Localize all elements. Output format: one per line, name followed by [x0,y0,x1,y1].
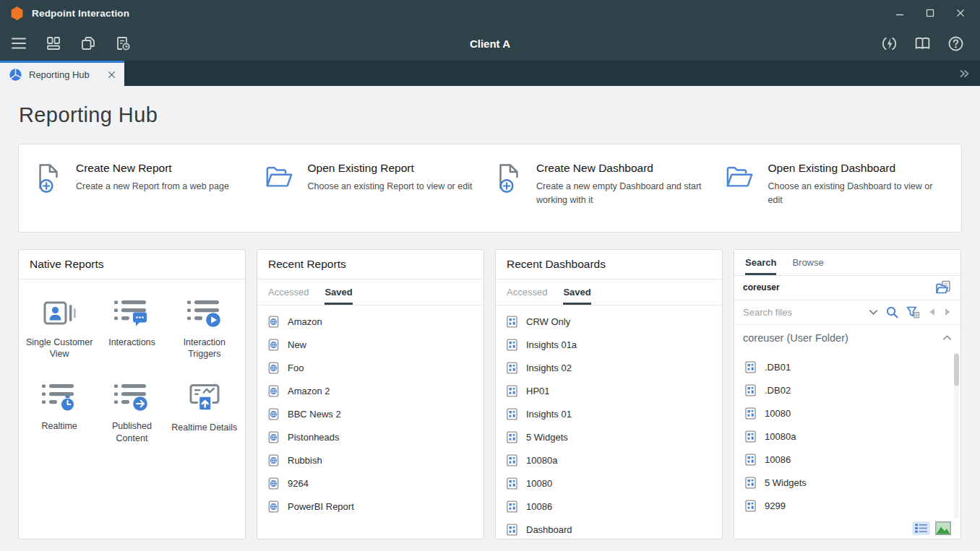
dashboard-list-item[interactable]: CRW Only [496,311,722,334]
document-tabbar: Reporting Hub [0,61,980,86]
native-report-published-content[interactable]: Published Content [95,383,168,445]
native-report-interactions[interactable]: Interactions [95,300,168,361]
maximize-button[interactable] [925,8,935,18]
report-list-item[interactable]: Pistonheads [257,426,483,449]
search-result-item[interactable]: 10080 [734,402,960,425]
action-description: Choose an existing Report to view or edi… [308,180,473,194]
report-list-item[interactable]: BBC News 2 [257,403,483,426]
connection-status-button[interactable] [879,33,899,53]
report-list-item[interactable]: Amazon 2 [257,380,483,403]
tab-close-button[interactable] [106,69,117,80]
search-result-item[interactable]: 10080a [734,425,960,448]
web-report-icon [267,385,280,397]
subtab-accessed[interactable]: Accessed [507,279,547,305]
dashboard-list-item[interactable]: 5 Widgets [496,426,722,449]
new-from-folder-button[interactable] [935,280,952,295]
single-customer-view-icon [41,300,77,329]
action-description: Create a new Report from a web page [76,180,229,194]
native-report-label: Realtime Details [171,422,237,434]
tab-reporting-hub[interactable]: Reporting Hub [0,61,124,86]
panel-title: Native Reports [19,250,245,279]
dashboard-icon [744,500,757,512]
native-report-realtime-details[interactable]: Realtime Details [168,383,241,445]
dashboard-icon [506,362,518,374]
thumbnail-view-button[interactable] [935,521,951,535]
subtab-search[interactable]: Search [745,250,776,275]
search-result-item[interactable]: 10086 [734,448,960,472]
action-description: Create a new empty Dashboard and start w… [536,180,704,207]
dashboard-list-item[interactable]: Insights 01a [496,334,722,357]
report-list-item[interactable]: Rubbish [257,449,483,472]
search-result-item[interactable]: 5 Widgets [734,472,960,495]
minimize-button[interactable] [895,8,905,18]
web-report-icon [267,362,280,374]
quick-actions-card: Create New Report Create a new Report fr… [18,144,962,233]
panel-title: Recent Reports [257,250,483,279]
dashboard-list-item[interactable]: HP01 [496,380,722,403]
web-report-icon [267,454,280,467]
tab-overflow-button[interactable] [958,61,980,86]
reports-button[interactable] [78,33,98,53]
dashboard-list-item[interactable]: 10086 [496,495,722,519]
window-titlebar: Redpoint Interaction [0,0,980,26]
dashboard-item-label: CRW Only [526,316,570,327]
action-description: Choose an existing Dashboard to view or … [768,180,936,207]
dashboard-list-item[interactable]: Dashboard [496,519,722,539]
dashboard-icon [506,408,518,420]
create-new-report-button[interactable]: Create New Report Create a new Report fr… [33,162,258,207]
menu-button[interactable] [9,33,29,53]
search-result-item[interactable]: .DB02 [734,379,960,402]
dashboard-list-item[interactable]: 10080 [496,472,722,495]
native-report-interaction-triggers[interactable]: Interaction Triggers [168,300,241,361]
action-title: Open Existing Report [308,162,473,175]
subtab-accessed[interactable]: Accessed [268,279,309,305]
help-button[interactable] [945,33,966,53]
search-result-item[interactable]: .DB01 [734,356,960,379]
documentation-button[interactable] [912,33,932,53]
search-result-item[interactable]: 9299 [734,495,960,518]
next-result-button[interactable] [944,308,952,316]
results-scrollbar-thumb[interactable] [954,354,959,386]
list-view-button[interactable] [912,521,930,535]
dashboard-list-item[interactable]: Insights 02 [496,357,722,380]
native-reports-panel: Native Reports Single Customer View [18,249,246,539]
report-list-item[interactable]: PowerBI Report [257,495,483,519]
file-browser-panel: Search Browse coreuser [734,249,961,539]
report-list-item[interactable]: 9264 [257,472,483,495]
native-report-single-customer-view[interactable]: Single Customer View [23,300,95,361]
subtab-browse[interactable]: Browse [792,250,823,275]
report-list-item[interactable]: New [257,334,483,357]
next-arrow-icon [944,308,952,316]
search-button[interactable] [886,306,898,318]
dashboard-list-item[interactable]: Insights 01 [496,403,722,426]
prev-result-button[interactable] [928,308,936,316]
dashboards-button[interactable] [43,33,64,53]
native-report-realtime[interactable]: Realtime [23,383,95,445]
panels-row: Native Reports Single Customer View [18,249,962,539]
create-new-dashboard-button[interactable]: Create New Dashboard Create a new empty … [494,162,718,207]
scheduled-report-icon [114,35,132,52]
report-list-item[interactable]: Foo [257,357,483,380]
scheduled-report-button[interactable] [113,33,133,53]
realtime-icon [42,383,77,412]
open-existing-dashboard-button[interactable]: Open Existing Dashboard Choose an existi… [724,162,949,207]
open-existing-report-button[interactable]: Open Existing Report Choose an existing … [264,162,489,207]
report-item-label: Foo [288,363,304,373]
report-item-label: BBC News 2 [288,409,341,420]
search-item-label: 5 Widgets [765,477,807,488]
filter-button[interactable] [906,306,920,318]
dashboard-item-label: Insights 01 [526,409,572,420]
report-list-item[interactable]: Amazon [257,311,483,334]
report-item-label: Amazon 2 [288,386,330,396]
subtab-saved[interactable]: Saved [324,279,352,305]
report-item-label: PowerBI Report [288,501,354,512]
subtab-saved[interactable]: Saved [563,279,590,305]
close-window-button[interactable] [955,8,966,18]
search-files-input[interactable] [743,307,861,318]
folder-section-header[interactable]: coreuser (User Folder) [734,325,960,351]
folder-section-label: coreuser (User Folder) [743,332,942,344]
dashboard-icon [744,384,757,396]
dashboard-list-item[interactable]: 10080a [496,449,722,472]
interactions-icon [114,300,149,329]
search-options-button[interactable] [869,309,878,316]
